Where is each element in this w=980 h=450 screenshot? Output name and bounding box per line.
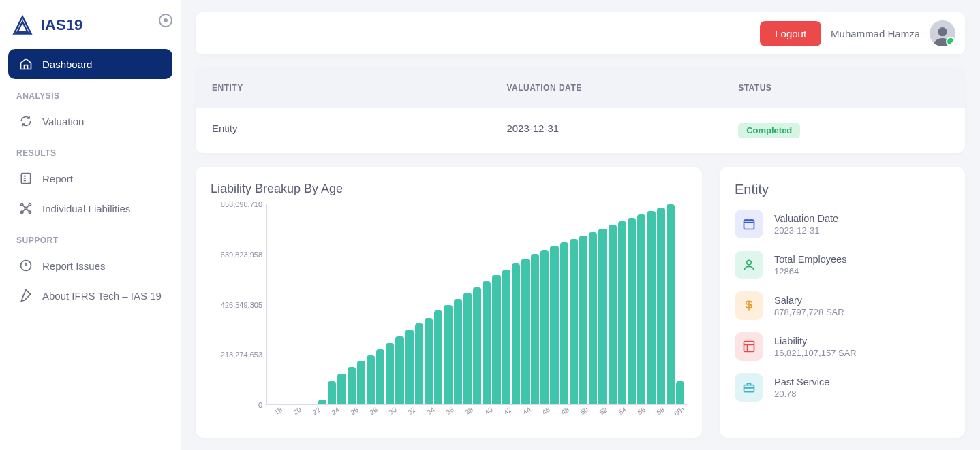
chart-bar <box>337 374 346 404</box>
chart-bar <box>434 310 442 404</box>
col-entity: ENTITY <box>212 83 506 93</box>
chart-title: Liability Breakup By Age <box>211 182 687 196</box>
chart-bar <box>618 221 626 404</box>
chart-bar <box>454 299 462 404</box>
content-row: Liability Breakup By Age 0213,274,653426… <box>196 167 965 438</box>
chart-plot-area: 0213,274,653426,549,305639,823,958853,09… <box>211 204 687 405</box>
chart-bar <box>667 204 675 404</box>
y-tick-label: 639,823,958 <box>221 251 262 259</box>
y-tick-label: 213,274,653 <box>221 351 262 359</box>
col-status: STATUS <box>738 83 949 93</box>
svg-point-2 <box>21 204 23 206</box>
svg-point-5 <box>29 211 31 213</box>
chart-bar <box>560 242 568 404</box>
user-icon <box>735 251 763 279</box>
pen-icon <box>19 289 33 302</box>
chart-bar <box>367 355 375 404</box>
chart-bar <box>647 211 655 404</box>
sidebar-item-individual-liabilities[interactable]: Individual Liabilities <box>8 193 172 223</box>
username: Muhammad Hamza <box>831 28 920 39</box>
main: Logout Muhammad Hamza ENTITY VALUATION D… <box>181 0 980 450</box>
y-tick-label: 426,549,305 <box>221 301 262 309</box>
chart-bar <box>405 330 414 404</box>
logo: IAS19 <box>8 8 172 49</box>
sidebar-item-valuation[interactable]: Valuation <box>8 106 172 136</box>
dollar-icon <box>735 291 763 320</box>
svg-point-1 <box>25 207 27 209</box>
chart-bar <box>395 336 403 404</box>
collapse-sidebar-button[interactable] <box>159 14 172 27</box>
sidebar-section-results: RESULTS <box>8 136 172 163</box>
sidebar-item-report[interactable]: Report <box>8 163 172 193</box>
chart-bar <box>376 349 384 404</box>
sidebar-item-about[interactable]: About IFRS Tech – IAS 19 <box>8 280 172 310</box>
chart-bar <box>628 218 636 404</box>
calendar-icon <box>735 210 763 238</box>
stat-label: Valuation Date <box>774 213 838 224</box>
stat-value: 2023-12-31 <box>774 225 838 236</box>
stat-salary: Salary 878,797,728 SAR <box>735 291 950 320</box>
col-valuation-date: VALUATION DATE <box>506 83 738 93</box>
chart-bar <box>521 259 530 404</box>
report-icon <box>19 172 33 185</box>
chart-bar <box>579 236 587 404</box>
sidebar-item-label: Individual Liabilities <box>42 203 130 214</box>
chart-bar <box>463 293 472 404</box>
table-row[interactable]: Entity 2023-12-31 Completed <box>196 108 965 153</box>
chart-bar <box>357 361 365 404</box>
svg-point-9 <box>747 260 752 265</box>
chart-bar <box>570 239 578 404</box>
chart-plot <box>266 204 687 405</box>
logout-button[interactable]: Logout <box>760 21 821 46</box>
sidebar-item-label: Report Issues <box>42 260 106 272</box>
chart-bar <box>348 367 356 404</box>
stat-label: Total Employees <box>774 254 846 265</box>
x-tick-label: 60+ <box>670 402 696 428</box>
chart-bars <box>267 204 687 404</box>
svg-rect-11 <box>744 385 754 392</box>
stat-past-service: Past Service 20.78 <box>735 373 950 402</box>
logo-icon <box>12 15 33 35</box>
chart-bar <box>328 381 336 404</box>
chart-bar <box>609 225 617 404</box>
chart-bar <box>502 270 510 404</box>
chart-bar <box>550 246 558 404</box>
sidebar-item-report-issues[interactable]: Report Issues <box>8 251 172 280</box>
chart-bar <box>483 281 491 404</box>
briefcase-icon <box>735 373 763 402</box>
sidebar-item-dashboard[interactable]: Dashboard <box>8 49 172 79</box>
sidebar-item-label: Valuation <box>42 116 84 127</box>
alert-icon <box>19 259 33 272</box>
svg-point-7 <box>938 27 947 36</box>
liability-chart-card: Liability Breakup By Age 0213,274,653426… <box>196 167 702 438</box>
chart-bar <box>657 208 665 404</box>
chart-x-axis: 1820222426283032343638404244464850525456… <box>211 405 687 425</box>
sidebar-item-label: Report <box>42 173 73 184</box>
table-header-row: ENTITY VALUATION DATE STATUS <box>196 68 965 108</box>
chart-bar <box>637 214 645 404</box>
chart-bar <box>540 250 549 404</box>
person-icon <box>932 25 953 46</box>
chart-bar <box>512 263 520 404</box>
stat-label: Past Service <box>774 376 829 387</box>
app-name: IAS19 <box>41 16 82 34</box>
avatar[interactable] <box>930 20 955 46</box>
chart-bar <box>531 254 539 404</box>
topbar: Logout Muhammad Hamza <box>196 12 965 54</box>
entity-panel-title: Entity <box>735 182 950 197</box>
entity-panel: Entity Valuation Date 2023-12-31 Total E… <box>720 167 965 438</box>
status-badge: Completed <box>738 123 800 138</box>
chart-bar <box>598 229 607 404</box>
stat-liability: Liability 16,821,107,157 SAR <box>735 332 950 361</box>
stat-valuation-date: Valuation Date 2023-12-31 <box>735 210 950 238</box>
y-tick-label: 0 <box>258 401 262 409</box>
sidebar-item-label: Dashboard <box>42 59 92 70</box>
layout-icon <box>735 332 763 361</box>
stat-value: 878,797,728 SAR <box>774 307 844 317</box>
chart-y-axis: 0213,274,653426,549,305639,823,958853,09… <box>211 204 266 405</box>
home-icon <box>19 57 33 71</box>
stat-value: 12864 <box>774 266 846 276</box>
stat-label: Liability <box>774 336 857 347</box>
stat-value: 16,821,107,157 SAR <box>774 348 857 358</box>
svg-point-4 <box>21 211 23 213</box>
